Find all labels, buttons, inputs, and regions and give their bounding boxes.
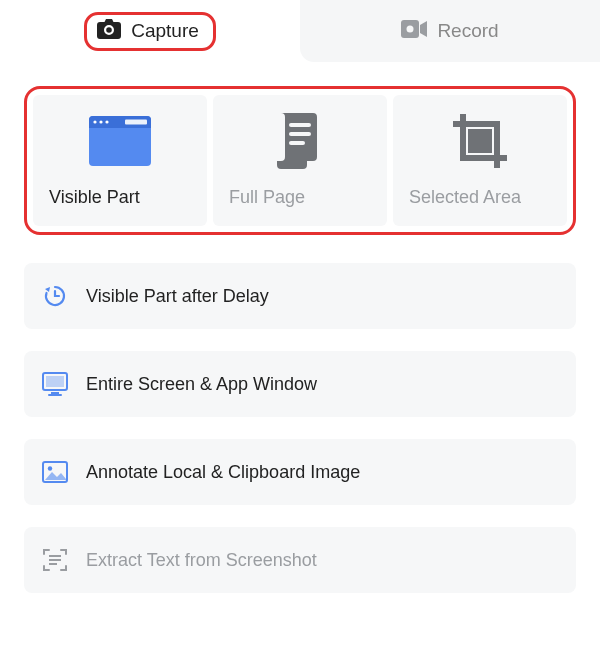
- svg-rect-4: [89, 124, 151, 128]
- svg-rect-14: [46, 376, 64, 387]
- tab-capture[interactable]: Capture: [0, 0, 300, 62]
- svg-point-7: [105, 120, 108, 123]
- tab-capture-label: Capture: [131, 20, 199, 42]
- option-entire-screen[interactable]: Entire Screen & App Window: [24, 351, 576, 417]
- image-icon: [42, 459, 68, 485]
- option-extract-text[interactable]: Extract Text from Screenshot: [24, 527, 576, 593]
- svg-point-18: [48, 466, 52, 470]
- tile-selected-label: Selected Area: [403, 187, 521, 208]
- highlight-capture-modes: Visible Part Full Page: [24, 86, 576, 235]
- tab-record-label: Record: [437, 20, 498, 42]
- main-panel: Visible Part Full Page: [0, 62, 600, 593]
- crop-icon: [451, 113, 509, 169]
- clock-delay-icon: [42, 283, 68, 309]
- capture-mode-row: Visible Part Full Page: [33, 95, 567, 226]
- camera-icon: [97, 19, 121, 44]
- option-delay-label: Visible Part after Delay: [86, 286, 269, 307]
- svg-point-6: [99, 120, 102, 123]
- tab-record[interactable]: Record: [300, 0, 600, 62]
- svg-rect-8: [125, 120, 147, 125]
- svg-rect-16: [48, 394, 62, 396]
- option-annotate-label: Annotate Local & Clipboard Image: [86, 462, 360, 483]
- monitor-icon: [42, 371, 68, 397]
- svg-rect-19: [49, 555, 61, 557]
- option-extract-label: Extract Text from Screenshot: [86, 550, 317, 571]
- tile-visible-label: Visible Part: [43, 187, 140, 208]
- ocr-icon: [42, 547, 68, 573]
- option-entire-label: Entire Screen & App Window: [86, 374, 317, 395]
- tile-fullpage-label: Full Page: [223, 187, 305, 208]
- svg-rect-20: [49, 559, 61, 561]
- option-annotate[interactable]: Annotate Local & Clipboard Image: [24, 439, 576, 505]
- svg-rect-12: [468, 129, 492, 153]
- tab-bar: Capture Record: [0, 0, 600, 62]
- tile-selected-area[interactable]: Selected Area: [393, 95, 567, 226]
- svg-rect-21: [49, 563, 57, 565]
- svg-rect-10: [289, 132, 311, 136]
- browser-window-icon: [89, 113, 151, 169]
- svg-rect-11: [289, 141, 305, 145]
- svg-rect-9: [289, 123, 311, 127]
- highlight-capture-tab: Capture: [84, 12, 216, 51]
- scroll-page-icon: [275, 113, 325, 169]
- tile-visible-part[interactable]: Visible Part: [33, 95, 207, 226]
- video-icon: [401, 20, 427, 43]
- svg-point-5: [93, 120, 96, 123]
- option-visible-delay[interactable]: Visible Part after Delay: [24, 263, 576, 329]
- tile-full-page[interactable]: Full Page: [213, 95, 387, 226]
- svg-point-1: [407, 25, 414, 32]
